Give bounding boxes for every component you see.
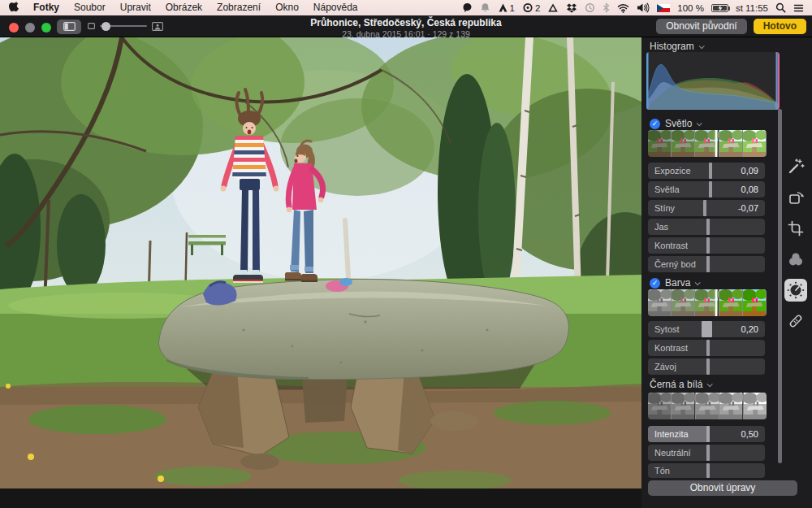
adobe-icon[interactable]: [498, 2, 508, 13]
google-drive-icon[interactable]: [547, 2, 559, 13]
menu-okno[interactable]: Okno: [268, 0, 306, 15]
menu-zobrazeni[interactable]: Zobrazení: [209, 0, 268, 15]
split-view-icon: [63, 22, 76, 31]
adobe-badge: 1: [510, 3, 515, 13]
slider-kontrast-svetlo[interactable]: Kontrast: [648, 237, 765, 254]
slider-sytost[interactable]: Sytost 0,20: [648, 321, 765, 337]
photo-subtitle: 23. dubna 2015 16:01 · 129 z 139: [244, 29, 568, 39]
section-barva-label: Barva: [665, 277, 690, 289]
title-bar: Průhonice, Středočeský, Česká republika …: [0, 15, 812, 37]
chat-bubble-icon[interactable]: [462, 2, 473, 13]
section-svetlo-header[interactable]: ✓ Světlo: [650, 118, 701, 129]
section-cerna-a-bila-label: Černá a bílá: [650, 379, 702, 390]
strip-marker[interactable]: [715, 289, 717, 316]
notification-center-icon[interactable]: [793, 3, 804, 13]
thumbnail-browser-toggle[interactable]: [57, 20, 81, 34]
zoom-slider[interactable]: [100, 25, 147, 27]
barva-preview-strip[interactable]: [648, 289, 767, 316]
czech-flag-icon[interactable]: [657, 4, 670, 12]
time-machine-icon[interactable]: [585, 2, 595, 13]
menu-fotky[interactable]: Fotky: [26, 0, 67, 15]
apple-logo-icon: [9, 2, 19, 14]
edit-tool-strip: [780, 155, 812, 332]
checkbox-barva[interactable]: ✓: [650, 278, 660, 289]
chevron-down-icon: [695, 280, 701, 285]
slider-zavoj[interactable]: Závoj: [648, 358, 765, 375]
notifications-bell-icon[interactable]: [480, 2, 490, 13]
traffic-light-zoom[interactable]: [41, 23, 51, 33]
bluetooth-icon[interactable]: [603, 2, 610, 13]
menu-soubor[interactable]: Soubor: [67, 0, 113, 15]
chevron-down-icon: [707, 381, 713, 387]
battery-icon: [711, 4, 728, 12]
menu-bar: Fotky Soubor Upravit Obrázek Zobrazení O…: [0, 0, 812, 15]
histogram-header[interactable]: Histogram: [650, 41, 703, 52]
reset-adjustments-button[interactable]: Obnovit úpravy: [648, 480, 797, 496]
zoom-out-thumb-icon: [88, 23, 95, 29]
filters-icon[interactable]: [784, 248, 807, 271]
cerna-a-bila-preview-strip[interactable]: [648, 393, 767, 419]
histogram-label: Histogram: [650, 41, 694, 52]
adjust-icon[interactable]: [784, 279, 807, 302]
slider-neutralni[interactable]: Neutrální: [648, 445, 765, 461]
slider-stiny[interactable]: Stíny -0,07: [648, 200, 765, 216]
menu-napoveda[interactable]: Nápověda: [306, 0, 365, 15]
menu-upravit[interactable]: Upravit: [113, 0, 158, 15]
slider-cerny-bod[interactable]: Černý bod: [648, 256, 765, 272]
svetlo-preview-strip[interactable]: [648, 130, 767, 157]
retouch-icon[interactable]: [784, 310, 807, 332]
strip-marker[interactable]: [715, 130, 717, 157]
creative-cloud-icon[interactable]: [522, 2, 533, 13]
chevron-down-icon: [698, 43, 704, 49]
slider-jas[interactable]: Jas: [648, 219, 765, 235]
spotlight-search-icon[interactable]: [775, 2, 786, 13]
menu-clock[interactable]: st 11:55: [736, 3, 768, 13]
section-cerna-a-bila-header[interactable]: Černá a bílá: [650, 379, 711, 390]
slider-kontrast-barva[interactable]: Kontrast: [648, 340, 765, 356]
section-svetlo-label: Světlo: [665, 118, 692, 129]
photo-canvas: [0, 37, 641, 508]
menu-obrazek[interactable]: Obrázek: [158, 0, 209, 15]
wifi-icon[interactable]: [617, 3, 629, 13]
crop-icon[interactable]: [784, 217, 807, 240]
rotate-icon[interactable]: [784, 186, 807, 209]
section-barva-header[interactable]: ✓ Barva: [650, 277, 699, 289]
photo-title: Průhonice, Středočeský, Česká republika: [244, 18, 568, 28]
histogram: [646, 52, 780, 110]
creative-cloud-badge: 2: [535, 3, 540, 13]
checkbox-svetlo[interactable]: ✓: [650, 119, 660, 129]
dropbox-icon[interactable]: [566, 2, 577, 13]
traffic-light-close[interactable]: [9, 23, 19, 33]
done-button[interactable]: Hotovo: [754, 19, 806, 34]
enhance-wand-icon[interactable]: [784, 155, 807, 178]
photo-image: [0, 37, 641, 488]
slider-expozice[interactable]: Expozice 0,09: [648, 163, 765, 179]
traffic-light-minimize[interactable]: [25, 23, 35, 33]
apple-menu[interactable]: [9, 2, 19, 14]
chevron-down-icon: [697, 120, 702, 126]
slider-intenzita[interactable]: Intenzita 0,50: [648, 426, 765, 442]
slider-svetla[interactable]: Světla 0,08: [648, 181, 765, 198]
battery-percent: 100 %: [677, 3, 704, 13]
zoom-slider-thumb[interactable]: [102, 22, 110, 31]
zoom-in-thumb-icon: [152, 22, 163, 31]
revert-original-button[interactable]: Obnovit původní: [656, 19, 746, 34]
slider-ton[interactable]: Tón: [648, 463, 765, 478]
adjustments-panel: Histogram ✓ Světlo: [641, 37, 812, 508]
volume-icon[interactable]: [637, 2, 650, 13]
